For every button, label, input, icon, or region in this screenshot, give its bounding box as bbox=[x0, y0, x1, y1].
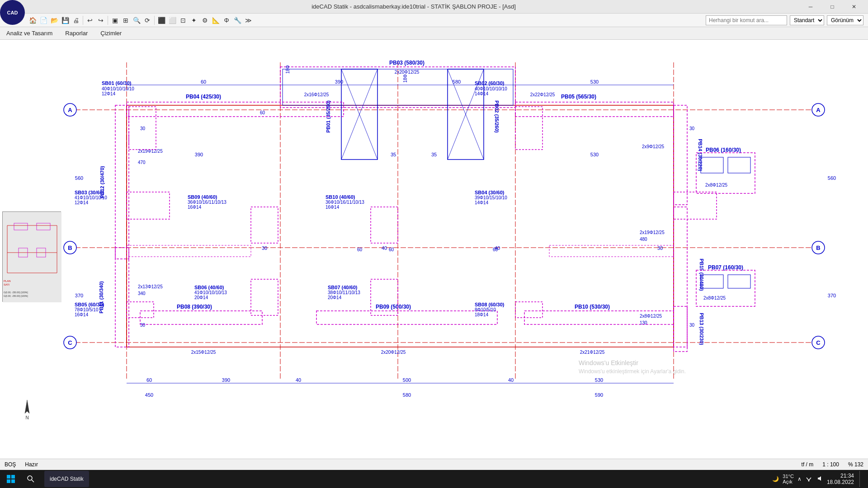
svg-text:340: 340 bbox=[138, 291, 146, 296]
home-button[interactable]: 🏠 bbox=[27, 15, 38, 26]
svg-text:530: 530 bbox=[590, 79, 599, 84]
status-zoom: % 132 bbox=[848, 461, 863, 468]
start-button[interactable] bbox=[0, 470, 22, 488]
svg-text:PB13 (30/230): PB13 (30/230) bbox=[699, 313, 704, 345]
svg-text:40: 40 bbox=[508, 377, 514, 383]
tool6-button[interactable]: 📐 bbox=[210, 15, 221, 26]
svg-text:560: 560 bbox=[828, 175, 836, 181]
svg-rect-187 bbox=[11, 475, 15, 479]
temperature: 31°C bbox=[783, 474, 794, 479]
svg-text:PB09 (500/30): PB09 (500/30) bbox=[376, 304, 411, 310]
weather-info: 31°C Açık bbox=[783, 474, 794, 484]
menu-cizimler[interactable]: Çizimler bbox=[94, 28, 128, 38]
wrench-button[interactable]: 🔧 bbox=[232, 15, 243, 26]
toolbar-right: Standart Görünüm bbox=[706, 14, 868, 27]
svg-text:PLAN: PLAN bbox=[4, 280, 11, 282]
svg-text:390: 390 bbox=[335, 79, 343, 84]
svg-text:36Φ10/16/11/10/13: 36Φ10/16/11/10/13 bbox=[188, 200, 226, 205]
svg-rect-189 bbox=[11, 479, 15, 483]
notification-icon[interactable]: ∧ bbox=[797, 476, 802, 482]
open-button[interactable]: 📂 bbox=[49, 15, 60, 26]
svg-text:2x8Φ12/25: 2x8Φ12/25 bbox=[705, 183, 728, 188]
svg-text:SB04 (30/60): SB04 (30/60) bbox=[475, 190, 505, 195]
zoom-button[interactable]: 🔍 bbox=[131, 15, 142, 26]
network-icon[interactable] bbox=[805, 475, 812, 483]
standard-dropdown[interactable]: Standart bbox=[790, 15, 824, 25]
svg-text:30: 30 bbox=[657, 245, 663, 251]
save-button[interactable]: 💾 bbox=[60, 15, 71, 26]
select-button[interactable]: ▣ bbox=[109, 15, 120, 26]
svg-text:35: 35 bbox=[391, 152, 396, 157]
menu-analiz[interactable]: Analiz ve Tasarım bbox=[0, 28, 59, 38]
svg-text:530: 530 bbox=[595, 377, 603, 383]
app-logo: CAD bbox=[0, 0, 25, 25]
svg-text:580: 580 bbox=[453, 79, 461, 84]
volume-icon[interactable] bbox=[816, 475, 823, 483]
tool3-button[interactable]: ⊡ bbox=[178, 15, 189, 26]
tool2-button[interactable]: ⬜ bbox=[167, 15, 178, 26]
status-unit: tf / m bbox=[802, 461, 814, 468]
svg-text:560: 560 bbox=[75, 175, 83, 181]
svg-rect-188 bbox=[7, 479, 10, 483]
search-taskbar-button[interactable] bbox=[22, 471, 40, 487]
svg-text:2x21Φ12/25: 2x21Φ12/25 bbox=[580, 350, 605, 355]
refresh-button[interactable]: ⟳ bbox=[142, 15, 153, 26]
svg-text:2x15Φ12/25: 2x15Φ12/25 bbox=[191, 350, 216, 355]
svg-text:2x19Φ12/25: 2x19Φ12/25 bbox=[138, 149, 163, 154]
svg-text:14Φ14: 14Φ14 bbox=[475, 91, 489, 96]
more-button[interactable]: ≫ bbox=[243, 15, 254, 26]
tool4-button[interactable]: ✦ bbox=[189, 15, 199, 26]
svg-text:PB08 (390/30): PB08 (390/30) bbox=[177, 304, 212, 310]
svg-text:30: 30 bbox=[689, 323, 695, 328]
svg-text:40Φ10/10/10/10: 40Φ10/10/10/10 bbox=[475, 86, 507, 91]
svg-text:SB03 (30/60): SB03 (30/60) bbox=[75, 190, 104, 195]
command-search[interactable] bbox=[706, 15, 787, 25]
svg-text:470: 470 bbox=[138, 160, 146, 165]
window-title: ideCAD Statik - asdcalismaberkay.ide10tr… bbox=[0, 3, 800, 10]
svg-text:36Φ10/16/11/10/13: 36Φ10/16/11/10/13 bbox=[326, 200, 364, 205]
north-arrow: N bbox=[16, 398, 38, 420]
taskbar-items: ideCAD Statik bbox=[40, 471, 772, 487]
drawing-canvas[interactable]: A A B B C C 60 390 580 530 60 390 40 500… bbox=[0, 40, 868, 470]
svg-text:12Φ14: 12Φ14 bbox=[102, 91, 116, 96]
grid-button[interactable]: ⊞ bbox=[120, 15, 131, 26]
undo-button[interactable]: ↩ bbox=[85, 15, 95, 26]
svg-text:60: 60 bbox=[493, 247, 498, 252]
minimize-button[interactable]: ─ bbox=[800, 0, 821, 14]
tool1-button[interactable]: ⬛ bbox=[156, 15, 167, 26]
svg-text:16Φ14: 16Φ14 bbox=[188, 205, 202, 210]
separator-2 bbox=[108, 16, 108, 25]
mini-view-panel: PLAN SATI G(0.00; -250.00) [100%] G(0.00… bbox=[2, 211, 61, 302]
menu-raporlar[interactable]: Raporlar bbox=[59, 28, 94, 38]
svg-text:PB02 (35/260): PB02 (35/260) bbox=[494, 100, 500, 133]
svg-text:30: 30 bbox=[140, 126, 146, 131]
svg-text:18Φ: 18Φ bbox=[403, 74, 408, 83]
svg-text:41Φ10/10/10/10: 41Φ10/10/10/10 bbox=[75, 195, 107, 200]
tool5-button[interactable]: ⚙ bbox=[199, 15, 210, 26]
svg-text:SB07 (40/60): SB07 (40/60) bbox=[328, 285, 358, 290]
status-scale: 1 : 100 bbox=[822, 461, 839, 468]
print-button[interactable]: 🖨 bbox=[71, 15, 81, 26]
view-dropdown[interactable]: Görünüm bbox=[827, 15, 863, 25]
svg-text:2x9Φ12/25: 2x9Φ12/25 bbox=[642, 144, 665, 149]
svg-text:40Φ10/10/10/10: 40Φ10/10/10/10 bbox=[102, 86, 134, 91]
redo-button[interactable]: ↪ bbox=[95, 15, 106, 26]
maximize-button[interactable]: □ bbox=[822, 0, 843, 14]
close-button[interactable]: ✕ bbox=[844, 0, 864, 14]
show-desktop-button[interactable] bbox=[859, 471, 861, 487]
svg-text:G(0.00; -250.00) [100%]: G(0.00; -250.00) [100%] bbox=[4, 291, 28, 294]
svg-line-191 bbox=[32, 480, 34, 482]
svg-text:12Φ14: 12Φ14 bbox=[75, 200, 89, 205]
svg-text:SB01 (60/30): SB01 (60/30) bbox=[102, 80, 132, 86]
svg-text:PB04 (425/30): PB04 (425/30) bbox=[186, 94, 221, 100]
svg-text:Windows'u etkinleştirmek için : Windows'u etkinleştirmek için Ayarlar'a … bbox=[579, 368, 686, 375]
weather-icon: 🌙 bbox=[772, 476, 779, 482]
taskbar: ideCAD Statik 🌙 31°C Açık ∧ 21:34 18.08.… bbox=[0, 470, 868, 488]
svg-text:PB05 (565/30): PB05 (565/30) bbox=[561, 94, 596, 100]
svg-text:Windows'u Etkinleştir: Windows'u Etkinleştir bbox=[579, 359, 638, 366]
new-button[interactable]: 📄 bbox=[38, 15, 49, 26]
taskbar-app-item[interactable]: ideCAD Statik bbox=[44, 471, 89, 487]
rebar-button[interactable]: Φ bbox=[221, 15, 232, 26]
svg-text:530: 530 bbox=[590, 152, 599, 157]
svg-text:A: A bbox=[68, 107, 72, 113]
